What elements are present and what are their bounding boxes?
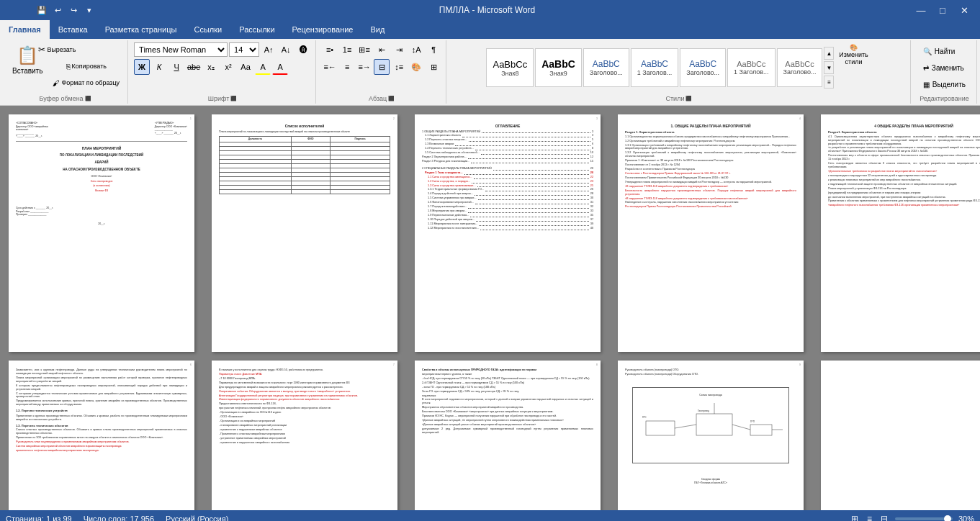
bold-button[interactable]: Ж (134, 59, 150, 75)
undo-button[interactable]: ↩ (50, 3, 65, 17)
increase-indent-button[interactable]: ⇥ (391, 42, 407, 58)
highlight-button[interactable]: A (255, 59, 271, 75)
shading-button[interactable]: 🎨 (408, 59, 424, 75)
align-center-button[interactable]: ≡ (339, 59, 355, 75)
styles-scroll-down[interactable]: ▼ (824, 61, 834, 74)
zoom-slider[interactable] (895, 517, 953, 520)
tab-mailings[interactable]: Рассылки (230, 20, 283, 39)
font-size-select[interactable]: 14 (229, 42, 259, 57)
page-9[interactable]: 9 Руководитель объекта (газопровода) ОТО… (618, 361, 804, 510)
font-grow-button[interactable]: A↑ (261, 42, 277, 58)
style-heading3[interactable]: AaBbC Заголово... (680, 48, 726, 87)
styles-expand-icon[interactable]: ⬛ (685, 96, 692, 101)
maximize-button[interactable]: □ (932, 3, 953, 17)
style-znak8[interactable]: AaBbCc Знак8 (486, 48, 534, 87)
strikethrough-button[interactable]: аbe (186, 59, 202, 75)
font-expand-icon[interactable]: ⬛ (230, 96, 237, 101)
editing-label: Редактирование (920, 95, 969, 102)
change-styles-icon: 🎨 (850, 44, 858, 51)
subscript-button[interactable]: х₂ (203, 59, 219, 75)
page-10[interactable]: 10 (821, 361, 980, 510)
change-styles-label: Изменить стили (839, 51, 868, 65)
customize-qa-button[interactable]: ▾ (82, 3, 96, 17)
clipboard-group: 📋 Вставить ✂ Вырезать ⎘ Копировать 🖌 Фор… (3, 40, 128, 104)
tab-home[interactable]: Главная (0, 20, 50, 39)
change-styles-button[interactable]: 🎨 Изменить стили (835, 42, 871, 94)
page-3[interactable]: 3 ОГЛАВЛЕНИЕ 1 ОБЩИЕ РАЗДЕЛЫ ПЛАНА МЕРОП… (415, 114, 601, 352)
paragraph-group: ≡• 1≡ ⊞≡ ⇤ ⇥ ↕A ¶ ≡← ≡ ≡→ ⊟ ↕≡ 🎨 (318, 40, 446, 104)
tab-review[interactable]: Рецензирование (284, 20, 362, 39)
find-button[interactable]: 🔍 Найти (918, 43, 971, 59)
format-paint-button[interactable]: 🖌 Формат по образцу (49, 75, 123, 91)
align-left-button[interactable]: ≡← (322, 59, 338, 75)
style-znak9[interactable]: AaBbC Знак9 (535, 48, 582, 87)
page-8-content: Свойства и объемы используемых ПРИРОДНОГ… (422, 368, 593, 435)
style-heading1[interactable]: AaBbC Заголово... (583, 48, 629, 87)
italic-button[interactable]: К (151, 59, 167, 75)
decrease-indent-button[interactable]: ⇤ (374, 42, 390, 58)
bullets-button[interactable]: ≡• (322, 42, 338, 58)
tab-view[interactable]: Вид (362, 20, 394, 39)
cut-button[interactable]: ✂ Вырезать (49, 42, 65, 58)
font-name-select[interactable]: Times New Roman (134, 42, 228, 57)
page-8[interactable]: 8 Свойства и объемы используемых ПРИРОДН… (415, 361, 601, 510)
svg-line-3 (675, 425, 696, 428)
replace-button[interactable]: ⇄ Заменить (918, 60, 971, 76)
show-formatting-button[interactable]: ¶ (426, 42, 441, 58)
superscript-button[interactable]: х² (220, 59, 236, 75)
clear-format-icon: 🅐 (300, 45, 307, 54)
select-label: Выделить (932, 81, 966, 89)
sort-button[interactable]: ↕A (408, 42, 424, 58)
styles-group: AaBbCc Знак8 AaBbC Знак9 AaBbC Заголово.… (448, 40, 911, 104)
minimize-button[interactable]: — (911, 3, 931, 17)
styles-scroll-up[interactable]: ▲ (824, 47, 834, 60)
save-button[interactable]: 💾 (35, 3, 49, 17)
borders-button[interactable]: ⊞ (426, 59, 441, 75)
window-title: ПМЛЛА - Microsoft Word (63, 5, 911, 15)
style-heading4[interactable]: AaBbCc 1 Заголов... (727, 48, 775, 87)
font-shrink-button[interactable]: A↓ (278, 42, 294, 58)
view-web-button[interactable]: ≡ (866, 514, 873, 521)
font-style-row: Ж К Ч аbe х₂ х² Аа A A (134, 59, 311, 75)
style-heading2[interactable]: AaBbC 1 Заголов... (631, 48, 678, 87)
cut-icon: ✂ (38, 45, 45, 55)
view-outline-button[interactable]: ⊟ (879, 514, 889, 521)
paragraph-expand-icon[interactable]: ⬛ (388, 96, 395, 101)
close-button[interactable]: ✕ (954, 3, 974, 17)
page-7[interactable]: 7 В наличии у исполнителя для охраны тру… (212, 361, 397, 510)
view-print-button[interactable]: ⊞ (850, 514, 860, 521)
page-2[interactable]: 2 Список исполнителей Плана мероприятий … (212, 114, 397, 352)
align-right-button[interactable]: ≡→ (356, 59, 372, 75)
copy-button[interactable]: ⎘ Копировать (49, 58, 123, 74)
line-spacing-button[interactable]: ↕≡ (391, 59, 407, 75)
page-6[interactable]: 6 Зимагаметто, или к крупным нефтепровод… (9, 361, 194, 510)
select-icon: ▦ (923, 81, 930, 89)
page-3-num: 3 (596, 117, 598, 121)
select-button[interactable]: ▦ Выделить (918, 76, 971, 92)
font-color-button[interactable]: A (272, 59, 288, 75)
clear-format-button[interactable]: 🅐 (295, 42, 311, 58)
redo-button[interactable]: ↪ (66, 3, 81, 17)
page-6-num: 6 (190, 363, 192, 367)
page-1[interactable]: 1 «СОГЛАСОВАНО» Директор ООО «аварийная … (9, 114, 194, 352)
tab-references[interactable]: Ссылки (185, 20, 230, 39)
paste-label: Вставить (12, 67, 42, 75)
justify-button[interactable]: ⊟ (374, 59, 390, 75)
styles-more[interactable]: ≡ (824, 76, 834, 89)
page-5[interactable]: 5 4 ОБЩИЕ РАЗДЕЛЫ ПЛАНА МЕРОПРИЯТИЙ Разд… (821, 114, 980, 352)
tab-insert[interactable]: Вставка (50, 20, 96, 39)
page-4[interactable]: 4 1. ОБЩИЕ РАЗДЕЛЫ ПЛАНА МЕРОПРИЯТИЙ Раз… (618, 114, 804, 352)
underline-button[interactable]: Ч (168, 59, 184, 75)
clipboard-expand-icon[interactable]: ⬛ (85, 96, 91, 101)
clipboard-buttons: 📋 Вставить ✂ Вырезать ⎘ Копировать 🖌 Фор… (7, 42, 123, 94)
multilevel-button[interactable]: ⊞≡ (356, 42, 372, 58)
title-bar: 💾 ↩ ↪ ▾ ПМЛЛА - Microsoft Word — □ ✕ (0, 0, 980, 20)
tab-layout[interactable]: Разметка страницы (96, 20, 186, 39)
change-case-button[interactable]: Аа (238, 59, 253, 75)
style-znak8-preview: AaBbCc (493, 59, 527, 70)
numbering-button[interactable]: 1≡ (339, 42, 355, 58)
page-4-num: 4 (799, 117, 801, 121)
replace-label: Заменить (932, 64, 964, 72)
svg-text:ГРП: ГРП (750, 420, 755, 423)
style-heading5[interactable]: AaBbCc Заголово... (777, 48, 823, 87)
